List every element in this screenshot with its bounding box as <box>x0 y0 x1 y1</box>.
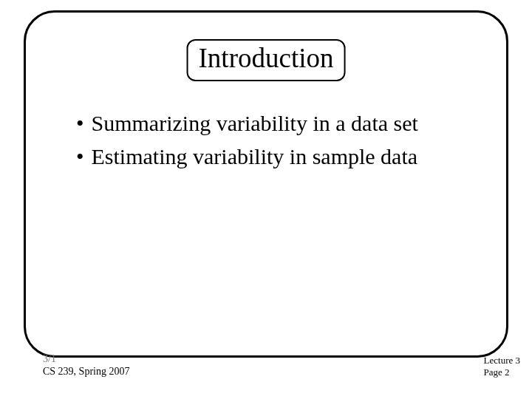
bullet-icon: • <box>76 109 84 139</box>
bullet-list: • Summarizing variability in a data set … <box>76 109 469 174</box>
slide-frame: Introduction • Summarizing variability i… <box>24 10 508 358</box>
slide-title: Introduction <box>187 39 346 81</box>
footer-course: CS 239, Spring 2007 <box>43 366 129 378</box>
list-item: • Summarizing variability in a data set <box>76 109 469 139</box>
footer-left: 3/1 CS 239, Spring 2007 <box>43 353 129 378</box>
bullet-icon: • <box>76 142 84 172</box>
bullet-text: Estimating variability in sample data <box>92 142 418 172</box>
footer-date: 3/1 <box>43 353 129 366</box>
footer-page: Page 2 <box>484 366 520 378</box>
footer-lecture: Lecture 3 <box>484 355 520 366</box>
footer-right: Lecture 3 Page 2 <box>484 355 520 379</box>
bullet-text: Summarizing variability in a data set <box>92 109 418 139</box>
list-item: • Estimating variability in sample data <box>76 142 469 172</box>
